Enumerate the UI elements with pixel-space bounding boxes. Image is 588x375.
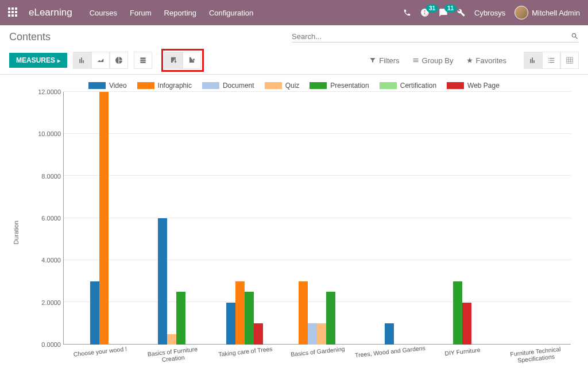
legend-swatch xyxy=(202,82,219,89)
bar[interactable] xyxy=(158,218,167,345)
groupby-button[interactable]: Group By xyxy=(412,56,454,65)
search-input[interactable] xyxy=(292,32,571,41)
y-axis-label: Duration xyxy=(13,221,20,245)
bar[interactable] xyxy=(299,281,308,345)
filters-button[interactable]: Filters xyxy=(369,56,399,65)
y-tick: 4.0000 xyxy=(41,257,61,264)
bar-chart-button[interactable] xyxy=(73,52,91,69)
legend-swatch xyxy=(310,82,327,89)
bar[interactable] xyxy=(226,303,235,345)
chart-legend: VideoInfographicDocumentQuizPresentation… xyxy=(11,82,577,90)
bar[interactable] xyxy=(176,292,185,345)
x-tick: Trees, Wood and Gardens xyxy=(353,341,428,375)
category-group xyxy=(63,92,136,345)
user-name: Mitchell Admin xyxy=(532,9,580,17)
x-tick: Furniture Technical Specifications xyxy=(498,341,574,375)
search-bar[interactable] xyxy=(292,32,579,42)
bar[interactable] xyxy=(245,292,254,345)
chart-type-group xyxy=(73,52,128,69)
menu-configuration[interactable]: Configuration xyxy=(209,9,253,17)
main-menu: Courses Forum Reporting Configuration xyxy=(90,9,254,17)
y-tick: 10.0000 xyxy=(38,130,61,137)
bar[interactable] xyxy=(326,292,335,345)
stacked-button[interactable] xyxy=(134,52,152,69)
bar[interactable] xyxy=(453,281,462,345)
legend-label: Presentation xyxy=(330,82,369,90)
breadcrumb: Contents xyxy=(9,31,51,43)
legend-label: Certification xyxy=(400,82,436,90)
legend-item[interactable]: Certification xyxy=(380,82,436,90)
top-nav: eLearning Courses Forum Reporting Config… xyxy=(0,0,588,25)
y-tick: 6.0000 xyxy=(41,215,61,222)
favorites-button[interactable]: Favorites xyxy=(466,56,506,65)
view-switcher xyxy=(524,52,579,69)
messages-icon[interactable]: 11 xyxy=(439,8,448,17)
bar[interactable] xyxy=(254,323,263,345)
x-tick: Basics of Furniture Creation xyxy=(136,341,211,375)
bar[interactable] xyxy=(462,303,471,345)
sort-buttons-highlight xyxy=(161,49,204,72)
category-group xyxy=(136,92,208,345)
graph-view-button[interactable] xyxy=(524,52,542,69)
bar[interactable] xyxy=(167,334,176,345)
line-chart-button[interactable] xyxy=(91,52,110,69)
legend-item[interactable]: Web Page xyxy=(447,82,500,90)
sort-desc-button[interactable] xyxy=(164,52,183,69)
search-icon[interactable] xyxy=(571,32,579,40)
bar[interactable] xyxy=(99,92,109,345)
y-tick: 12.0000 xyxy=(38,88,61,95)
bar[interactable] xyxy=(235,281,245,345)
chart-plot: Duration 0.00002.00004.00006.00008.00001… xyxy=(37,92,571,373)
legend-item[interactable]: Infographic xyxy=(137,82,192,90)
app-brand: eLearning xyxy=(29,7,72,18)
phone-icon[interactable] xyxy=(403,9,411,17)
sort-asc-button[interactable] xyxy=(183,52,201,69)
y-axis: 0.00002.00004.00006.00008.000010.000012.… xyxy=(37,92,63,345)
legend-swatch xyxy=(265,82,282,89)
legend-item[interactable]: Video xyxy=(88,82,126,90)
bar[interactable] xyxy=(308,323,317,345)
stacking-group xyxy=(134,52,152,69)
x-tick: Basics of Gardening xyxy=(281,341,356,375)
legend-item[interactable]: Document xyxy=(202,82,254,90)
avatar xyxy=(514,6,528,20)
pie-chart-button[interactable] xyxy=(110,52,128,69)
apps-icon[interactable] xyxy=(8,7,18,18)
menu-reporting[interactable]: Reporting xyxy=(164,9,196,17)
bar[interactable] xyxy=(385,323,394,345)
category-group xyxy=(498,92,571,345)
bar[interactable] xyxy=(317,323,326,345)
menu-courses[interactable]: Courses xyxy=(90,9,117,17)
search-options: Filters Group By Favorites xyxy=(369,56,506,65)
user-menu[interactable]: Mitchell Admin xyxy=(514,6,580,20)
measures-button[interactable]: MEASURES xyxy=(9,53,67,68)
list-view-button[interactable] xyxy=(542,52,560,69)
company-name[interactable]: Cybrosys xyxy=(474,9,505,17)
legend-item[interactable]: Presentation xyxy=(310,82,369,90)
x-tick: Taking care of Trees xyxy=(208,341,284,375)
pivot-view-button[interactable] xyxy=(560,52,579,69)
x-axis-ticks: Choose your wood !Basics of Furniture Cr… xyxy=(63,345,571,373)
legend-swatch xyxy=(447,82,464,89)
activities-icon[interactable]: 31 xyxy=(420,8,430,17)
activities-badge: 31 xyxy=(426,5,438,12)
legend-label: Quiz xyxy=(285,82,300,90)
x-tick: DIY Furniture xyxy=(426,341,501,375)
messages-badge: 11 xyxy=(444,5,457,12)
legend-label: Video xyxy=(109,82,126,90)
chart-area: VideoInfographicDocumentQuizPresentation… xyxy=(0,75,588,375)
x-tick: Choose your wood ! xyxy=(63,341,138,375)
y-tick: 8.0000 xyxy=(41,173,61,180)
category-group xyxy=(208,92,281,345)
y-tick: 2.0000 xyxy=(41,299,61,306)
category-group xyxy=(281,92,353,345)
legend-label: Web Page xyxy=(467,82,500,90)
chart-bars xyxy=(63,92,571,345)
legend-item[interactable]: Quiz xyxy=(265,82,300,90)
bar[interactable] xyxy=(90,281,99,345)
legend-label: Infographic xyxy=(158,82,192,90)
tools-icon[interactable] xyxy=(457,9,465,17)
control-panel: Contents MEASURES Filters Group By Favor… xyxy=(0,25,588,75)
menu-forum[interactable]: Forum xyxy=(130,9,152,17)
legend-label: Document xyxy=(223,82,254,90)
